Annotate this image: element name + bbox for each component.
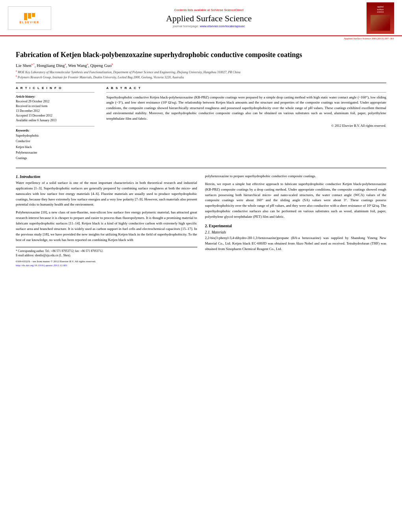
elsevier-wordmark: ELSEVIER: [20, 21, 40, 24]
keyword-2: Conductive: [16, 139, 94, 144]
accepted-date: Accepted 13 December 2012: [16, 113, 94, 118]
journal-title: Applied Surface Science: [59, 13, 359, 24]
intro-heading: 1. Introduction: [16, 174, 197, 179]
abstract-section: A B S T R A C T Superhydrophobic conduct…: [106, 86, 386, 165]
keyword-1: Superhydrophobic: [16, 133, 94, 139]
affiliations: a MOE Key Laboratory of Macromolecular S…: [16, 69, 386, 80]
divider-2: [16, 168, 386, 168]
col-right: polybenzoxazine to prepare superhydropho…: [205, 174, 387, 268]
footnote-corresponding: * Corresponding author. Tel.: +86 571 87…: [16, 249, 197, 253]
homepage-url[interactable]: www.elsevier.com/locate/apsusc: [200, 24, 245, 28]
intro-title: Introduction: [20, 174, 40, 179]
materials-heading: 2.1. Materials: [205, 230, 387, 234]
doi-link[interactable]: http://dx.doi.org/10.1016/j.apsusc.2012.…: [16, 264, 67, 267]
article-history: Article history: Received 29 October 201…: [16, 95, 94, 123]
article-meta-row: A R T I C L E I N F O Article history: R…: [16, 86, 386, 165]
page: ELSEVIER Contents lists available at Sci…: [0, 0, 402, 532]
mat-number: 2.1.: [205, 230, 211, 234]
journal-center: Contents lists available at SciVerse Sci…: [51, 8, 367, 28]
article-title: Fabrication of Ketjen black-polybenzoxaz…: [16, 50, 386, 59]
history-label: Article history:: [16, 95, 94, 98]
homepage-label: journal homepage:: [173, 24, 199, 28]
author-3: Wen Wanga: [68, 63, 88, 68]
available-date: Available online 6 January 2013: [16, 118, 94, 123]
copyright-bottom: 0169-4332/$ – see front matter © 2012 El…: [16, 260, 197, 268]
main-content: 1. Introduction Water repellency of a so…: [16, 174, 386, 268]
author-1: Lie Shena,*: [16, 63, 35, 68]
keywords-label: Keywords:: [16, 129, 94, 132]
col-left: 1. Introduction Water repellency of a so…: [16, 174, 197, 268]
elsevier-logo: ELSEVIER: [8, 6, 51, 30]
journal-volume: Applied Surface Science 268 (2013) 297–3…: [0, 36, 402, 40]
right-para-1: polybenzoxazine to prepare superhydropho…: [205, 174, 387, 179]
revised-date: 13 December 2012: [16, 109, 94, 113]
affiliation-b: Polymers Research Group, Institute for F…: [18, 76, 184, 79]
abstract-text: Superhydrophobic conductive Ketjen black…: [106, 95, 386, 122]
journal-cover-image: appliedsurfacescience: [367, 2, 394, 34]
divider-1: [16, 83, 386, 83]
abstract-heading: A B S T R A C T: [106, 86, 386, 90]
journal-header: ELSEVIER Contents lists available at Sci…: [0, 0, 402, 36]
article-body: Fabrication of Ketjen black-polybenzoxaz…: [0, 40, 402, 276]
intro-number: 1.: [16, 174, 19, 179]
abstract-copyright: © 2012 Elsevier B.V. All rights reserved…: [106, 124, 386, 128]
footnote-area: * Corresponding author. Tel.: +86 571 87…: [16, 247, 197, 268]
authors-line: Lie Shena,*, Hongliang Dinga, Wen Wanga,…: [16, 63, 386, 68]
article-info-heading: A R T I C L E I N F O: [16, 86, 94, 90]
affiliation-a: MOE Key Laboratory of Macromolecular Syn…: [18, 70, 241, 74]
intro-para-2: Polybenzoxazine [10], a new class of non…: [16, 210, 197, 243]
footnote-email: E-mail address: shenlie@zju.edu.cn (L. S…: [16, 253, 197, 258]
right-para-2: Herein, we report a simple but effective…: [205, 182, 387, 220]
experimental-heading: 2. Experimental: [205, 224, 387, 228]
received-revised-label: Received in revised form: [16, 104, 94, 109]
author-2: Hongliang Dinga: [37, 63, 66, 68]
sciverse-text: Contents lists available at SciVerse Sci…: [59, 8, 359, 12]
journal-homepage: journal homepage: www.elsevier.com/locat…: [59, 24, 359, 28]
exp-title: Experimental: [209, 224, 232, 228]
author-4: Qipeng Guob: [90, 63, 113, 68]
intro-para-1: Water repellency of a solid surface is o…: [16, 180, 197, 208]
keyword-4: Polybenzoxazine: [16, 150, 94, 156]
materials-text: 2,2-bis(3-phenyl-3,4-dihydro-2H-1,3-benz…: [205, 235, 387, 252]
doi-line: http://dx.doi.org/10.1016/j.apsusc.2012.…: [16, 263, 197, 268]
keyword-5: Coatings: [16, 156, 94, 161]
issn-line: 0169-4332/$ – see front matter © 2012 El…: [16, 260, 197, 264]
keyword-3: Ketjen black: [16, 145, 94, 150]
keywords-section: Keywords: Superhydrophobic Conductive Ke…: [16, 129, 94, 161]
received-date: Received 29 October 2012: [16, 99, 94, 104]
mat-title: Materials: [211, 230, 226, 234]
keywords-list: Superhydrophobic Conductive Ketjen black…: [16, 133, 94, 161]
article-info: A R T I C L E I N F O Article history: R…: [16, 86, 94, 165]
exp-number: 2.: [205, 224, 208, 228]
